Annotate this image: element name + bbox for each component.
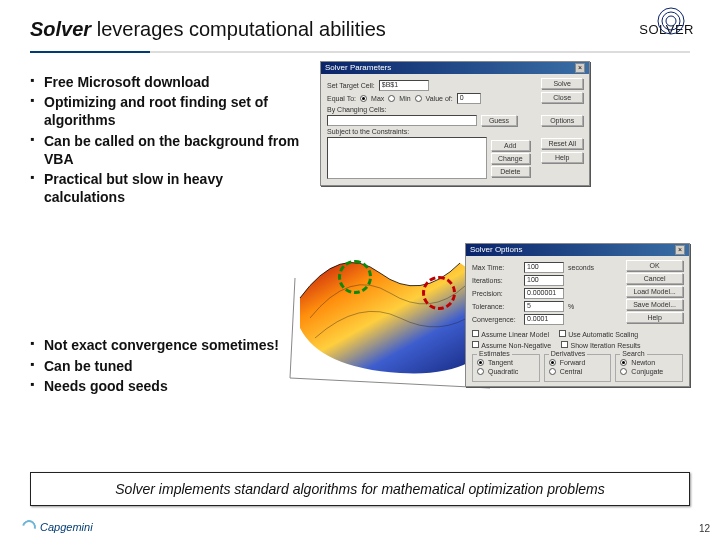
list-item: Practical but slow in heavy calculations xyxy=(30,170,300,206)
label-subject: Subject to the Constraints: xyxy=(327,128,409,135)
dialog-title: Solver Parameters xyxy=(325,63,391,73)
ok-button[interactable]: OK xyxy=(626,260,683,271)
tolerance-input[interactable]: 5 xyxy=(524,301,564,312)
radio-forward[interactable] xyxy=(549,359,556,366)
radio-tangent[interactable] xyxy=(477,359,484,366)
solver-ring-icon xyxy=(656,6,686,36)
svg-point-2 xyxy=(666,16,676,26)
svg-point-1 xyxy=(662,12,680,30)
close-button[interactable]: Close xyxy=(541,92,583,103)
radio-conjugate[interactable] xyxy=(620,368,627,375)
radio-min[interactable] xyxy=(388,95,395,102)
slide-body: Free Microsoft download Optimizing and r… xyxy=(0,53,720,443)
save-model-button[interactable]: Save Model... xyxy=(626,299,683,310)
close-icon[interactable]: × xyxy=(575,63,585,73)
nonneg-checkbox[interactable] xyxy=(472,341,479,348)
help-button[interactable]: Help xyxy=(541,152,583,163)
svg-line-4 xyxy=(290,378,490,388)
list-item: Not exact convergence sometimes! xyxy=(30,336,300,354)
convergence-input[interactable]: 0.0001 xyxy=(524,314,564,325)
dialog-body: Max Time:100seconds Iterations:100 Preci… xyxy=(466,256,689,386)
seed-marker-green xyxy=(338,260,372,294)
guess-button[interactable]: Guess xyxy=(481,115,517,126)
footer-logo: Capgemini xyxy=(22,520,93,534)
visual-column: Solver Parameters × Set Target Cell: $B$… xyxy=(310,73,700,443)
list-item: Can be called on the background from VBA xyxy=(30,132,300,168)
seed-marker-red xyxy=(422,276,456,310)
slide-title: Solver leverages computational abilities xyxy=(30,18,386,41)
help-button[interactable]: Help xyxy=(626,312,683,323)
iterations-input[interactable]: 100 xyxy=(524,275,564,286)
add-button[interactable]: Add xyxy=(491,140,530,151)
list-item: Optimizing and root finding set of algor… xyxy=(30,93,300,129)
footer-brand: Capgemini xyxy=(40,521,93,533)
precision-input[interactable]: 0.000001 xyxy=(524,288,564,299)
label-target: Set Target Cell: xyxy=(327,82,375,89)
solve-button[interactable]: Solve xyxy=(541,78,583,89)
page-number: 12 xyxy=(699,523,710,534)
target-cell-input[interactable]: $B$1 xyxy=(379,80,429,91)
assume-linear-checkbox[interactable] xyxy=(472,330,479,337)
list-item: Free Microsoft download xyxy=(30,73,300,91)
auto-scaling-checkbox[interactable] xyxy=(559,330,566,337)
dialog-title: Solver Options xyxy=(470,245,522,255)
title-rest: leverages computational abilities xyxy=(91,18,386,40)
solver-parameters-dialog: Solver Parameters × Set Target Cell: $B$… xyxy=(320,61,590,186)
radio-newton[interactable] xyxy=(620,359,627,366)
radio-value[interactable] xyxy=(415,95,422,102)
label-changing: By Changing Cells: xyxy=(327,106,387,113)
change-button[interactable]: Change xyxy=(491,153,530,164)
close-icon[interactable]: × xyxy=(675,245,685,255)
value-input[interactable]: 0 xyxy=(457,93,481,104)
summary-statement: Solver implements standard algorithms fo… xyxy=(30,472,690,506)
load-model-button[interactable]: Load Model... xyxy=(626,286,683,297)
dialog-titlebar: Solver Options × xyxy=(466,244,689,256)
cancel-button[interactable]: Cancel xyxy=(626,273,683,284)
svg-point-3 xyxy=(669,19,673,23)
label-equal: Equal To: xyxy=(327,95,356,102)
radio-max[interactable] xyxy=(360,95,367,102)
svg-line-5 xyxy=(290,278,295,378)
reset-button[interactable]: Reset All xyxy=(541,138,583,149)
options-button[interactable]: Options xyxy=(541,115,583,126)
solver-options-dialog: Solver Options × Max Time:100seconds Ite… xyxy=(465,243,690,387)
dialog-titlebar: Solver Parameters × xyxy=(321,62,589,74)
slide-header: Solver leverages computational abilities… xyxy=(0,0,720,49)
list-item: Can be tuned xyxy=(30,357,300,375)
title-emphasis: Solver xyxy=(30,18,91,40)
max-time-input[interactable]: 100 xyxy=(524,262,564,273)
list-item: Needs good seeds xyxy=(30,377,300,395)
dialog-body: Set Target Cell: $B$1 Equal To: Max Min … xyxy=(321,74,589,185)
radio-quadratic[interactable] xyxy=(477,368,484,375)
delete-button[interactable]: Delete xyxy=(491,166,530,177)
constraints-listbox[interactable] xyxy=(327,137,487,179)
capgemini-swoosh-icon xyxy=(19,517,38,536)
show-iter-checkbox[interactable] xyxy=(561,341,568,348)
radio-central[interactable] xyxy=(549,368,556,375)
text-column: Free Microsoft download Optimizing and r… xyxy=(30,73,300,443)
bullet-list-bottom: Not exact convergence sometimes! Can be … xyxy=(30,336,300,395)
bullet-list-top: Free Microsoft download Optimizing and r… xyxy=(30,73,300,206)
changing-cells-input[interactable] xyxy=(327,115,477,126)
